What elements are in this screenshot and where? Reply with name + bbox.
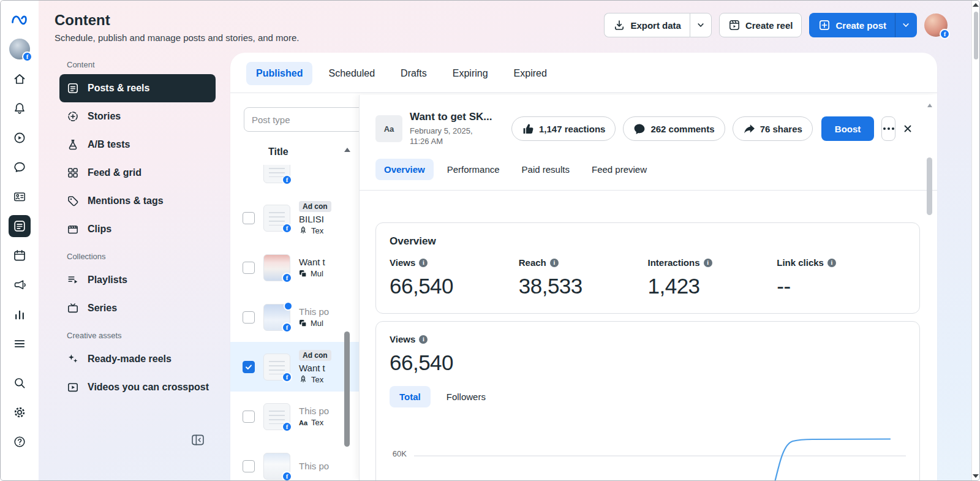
post-list-panel: Post type Title Ad con B [230, 95, 359, 480]
sidebar-item-stories[interactable]: Stories [59, 102, 216, 131]
main-column: Content Schedule, publish and manage pos… [39, 1, 979, 480]
sidebar-item-clips[interactable]: Clips [59, 215, 216, 243]
post-row-subtitle: Tex [299, 226, 359, 235]
sidebar-item-ready-made-reels[interactable]: Ready-made reels [59, 345, 216, 373]
post-row-selected[interactable]: Ad con Want t Tex [230, 342, 359, 392]
views-followers-tab[interactable]: Followers [437, 386, 496, 407]
post-date: February 5, 2025, 11:26 AM [410, 126, 504, 146]
tab-expired[interactable]: Expired [504, 62, 557, 85]
row-checkbox[interactable] [243, 460, 255, 472]
scroll-up-icon[interactable] [927, 104, 932, 107]
create-reel-button[interactable]: Create reel [719, 13, 802, 37]
scroll-down-icon[interactable] [973, 474, 979, 478]
help-icon[interactable] [9, 431, 31, 453]
reactions-button[interactable]: 1,147 reactions [511, 116, 616, 141]
more-options-button[interactable] [881, 116, 895, 141]
insights-icon[interactable] [9, 303, 31, 325]
scroll-up-icon[interactable] [344, 148, 350, 152]
detail-tab-overview[interactable]: Overview [375, 159, 434, 180]
row-checkbox[interactable] [243, 262, 255, 274]
ads-manager-icon[interactable] [9, 127, 31, 149]
export-data-dropdown[interactable] [690, 13, 712, 37]
crosspost-videos-icon [67, 381, 79, 393]
metric-label: Reach [519, 257, 546, 268]
info-icon[interactable] [704, 259, 712, 267]
create-post-button[interactable]: Create post [809, 13, 895, 37]
sidebar-item-label: Ready-made reels [88, 354, 172, 365]
content-icon[interactable] [9, 215, 31, 237]
detail-tab-paid-results[interactable]: Paid results [513, 159, 578, 180]
detail-tab-feed-preview[interactable]: Feed preview [583, 159, 655, 180]
sidebar-section-label: Creative assets [67, 331, 216, 340]
browser-scrollbar[interactable] [971, 1, 979, 480]
notifications-icon[interactable] [9, 97, 31, 119]
tab-scheduled[interactable]: Scheduled [318, 62, 385, 85]
business-avatar[interactable] [9, 39, 30, 59]
sidebar-item-playlists[interactable]: Playlists [59, 266, 216, 294]
sidebar-item-crosspost-videos[interactable]: Videos you can crosspost [59, 373, 216, 401]
facebook-badge-icon [282, 223, 292, 233]
metric-views: Views 66,540 [390, 257, 519, 298]
post-row-title: Want t [299, 257, 359, 267]
scrollbar-thumb[interactable] [927, 157, 932, 215]
close-button[interactable] [903, 118, 913, 139]
sidebar-item-feed-grid[interactable]: Feed & grid [59, 159, 216, 187]
comments-button[interactable]: 262 comments [623, 116, 725, 141]
info-icon[interactable] [550, 259, 559, 267]
leads-icon[interactable] [9, 186, 31, 208]
post-row[interactable]: This po Mul [230, 292, 359, 342]
settings-icon[interactable] [9, 401, 31, 423]
tab-published[interactable]: Published [246, 62, 312, 85]
views-total-tab[interactable]: Total [390, 386, 431, 407]
create-post-dropdown[interactable] [895, 13, 917, 37]
row-checkbox-checked[interactable] [243, 361, 255, 373]
post-row[interactable]: Want t Mul [230, 243, 359, 292]
ads-icon[interactable] [9, 274, 31, 296]
info-icon[interactable] [419, 259, 428, 267]
account-avatar[interactable] [924, 13, 948, 37]
info-icon[interactable] [419, 335, 428, 344]
views-card-label: Views [390, 334, 415, 344]
sidebar-item-ab-tests[interactable]: A/B tests [59, 131, 216, 159]
row-checkbox[interactable] [243, 411, 255, 423]
post-type-filter[interactable]: Post type [244, 107, 359, 132]
detail-scrollbar[interactable] [927, 104, 932, 475]
row-checkbox[interactable] [243, 311, 255, 324]
search-icon[interactable] [9, 372, 31, 394]
row-checkbox[interactable] [243, 212, 255, 224]
tab-drafts[interactable]: Drafts [391, 62, 437, 85]
post-row-subtitle: Mul [299, 319, 359, 328]
stories-icon [67, 110, 79, 123]
meta-logo[interactable] [10, 10, 29, 29]
page-body: Content Posts & reels Stories A/B tests … [39, 53, 979, 480]
tab-expiring[interactable]: Expiring [443, 62, 498, 85]
playlists-icon [67, 274, 79, 286]
scrollbar-thumb[interactable] [974, 12, 978, 59]
post-row[interactable]: Ad con BILISI Tex [230, 193, 359, 243]
multiple-media-icon [299, 270, 307, 278]
views-breakdown-tabs: Total Followers [390, 386, 906, 407]
home-icon[interactable] [9, 68, 31, 90]
info-icon[interactable] [827, 259, 836, 267]
shares-button[interactable]: 76 shares [733, 116, 813, 141]
scrollbar-thumb[interactable] [344, 331, 350, 447]
boost-button[interactable]: Boost [821, 116, 875, 141]
sidebar-item-series[interactable]: Series [59, 294, 216, 322]
post-row[interactable]: This po [230, 441, 359, 480]
export-data-button[interactable]: Export data [604, 13, 690, 37]
sidebar-item-label: Playlists [88, 275, 127, 286]
sidebar-item-posts-reels[interactable]: Posts & reels [59, 74, 216, 102]
page-header: Content Schedule, publish and manage pos… [39, 1, 979, 53]
post-row[interactable]: This po Tex [230, 392, 359, 441]
post-row-partial[interactable] [230, 165, 359, 193]
messages-icon[interactable] [9, 156, 31, 178]
scroll-up-icon[interactable] [973, 3, 979, 7]
app-badge-icon [284, 301, 293, 311]
series-icon [67, 302, 79, 314]
all-tools-icon[interactable] [9, 333, 31, 355]
planner-icon[interactable] [9, 244, 31, 267]
list-scrollbar[interactable] [344, 148, 350, 477]
collapse-sidebar-button[interactable] [190, 433, 206, 449]
detail-tab-performance[interactable]: Performance [439, 159, 508, 180]
sidebar-item-mentions-tags[interactable]: Mentions & tags [59, 187, 216, 215]
